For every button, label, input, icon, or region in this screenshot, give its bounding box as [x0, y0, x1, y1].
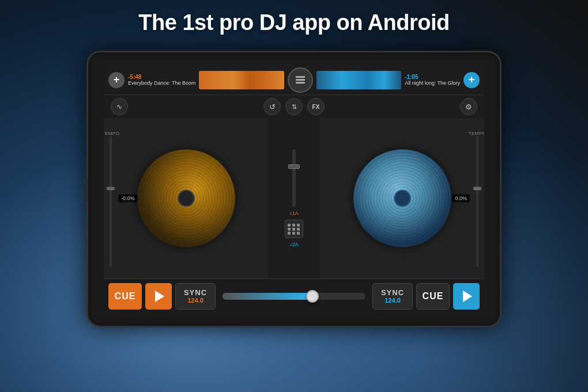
top-waveform-bar: + -5:48 Everybody Dance: The Boom -1:05 [104, 65, 484, 95]
sync-right-label: SYNC [381, 288, 404, 297]
play-right-icon [463, 291, 472, 302]
crossfader[interactable] [223, 293, 365, 300]
settings-icon: ⚙ [465, 103, 472, 111]
deck-left: TEMPO -0.0% [104, 118, 268, 278]
mixer-column: ♪1A ♪2A [268, 118, 320, 278]
logo-bar-1 [296, 76, 305, 78]
sync-left-label: SYNC [184, 288, 207, 297]
tablet-power-button [85, 178, 88, 201]
wave-icon: ∿ [116, 103, 122, 111]
sync-right-bpm: 124.0 [385, 297, 401, 304]
key-left-label: ♪1A [289, 210, 299, 216]
loop-button[interactable]: ↺ [263, 98, 281, 115]
cue-left-button[interactable]: CUE [108, 283, 142, 310]
pitch-display-left: -0.0% [118, 194, 138, 202]
sync-left-bpm: 124.0 [187, 297, 203, 304]
cue-right-button[interactable]: CUE [416, 283, 450, 310]
dj-logo [288, 67, 313, 93]
grid-icon [288, 224, 300, 235]
tempo-track-right [476, 136, 478, 267]
settings-button[interactable]: ⚙ [460, 98, 477, 115]
tempo-label-right: TEMPO [469, 131, 484, 136]
vinyl-right-image [353, 149, 451, 247]
track-info-left: -5:48 Everybody Dance: The Boom [128, 74, 195, 86]
logo-bar-3 [296, 82, 305, 84]
right-controls: ⚙ [460, 98, 477, 115]
left-controls: ∿ [111, 98, 128, 115]
track-left-name: Everybody Dance: The Boom [128, 80, 195, 86]
fader-thumb [288, 164, 300, 169]
add-track-left-button[interactable]: + [108, 72, 125, 88]
channel-fader[interactable] [292, 149, 296, 207]
sync-left-button[interactable]: SYNC 124.0 [175, 283, 216, 310]
waveform-orange-fill [199, 71, 284, 89]
tempo-thumb-left [107, 187, 115, 190]
tempo-thumb-right [473, 187, 481, 190]
deck-right: 0.0% TEMPO [320, 118, 484, 278]
vinyl-center-left [178, 190, 195, 207]
waveform-toggle-button[interactable]: ∿ [111, 98, 128, 115]
play-left-button[interactable] [145, 283, 172, 310]
fx-button[interactable]: FX [307, 98, 325, 115]
eq-icon: ⇅ [292, 103, 297, 111]
center-controls: ↺ ⇅ FX [263, 98, 325, 115]
logo-bar-2 [296, 79, 305, 81]
vinyl-left[interactable] [137, 149, 235, 247]
crossfader-knob [306, 290, 319, 303]
logo-bars [296, 76, 305, 84]
deck-area: TEMPO -0.0% [104, 118, 484, 278]
waveform-left [199, 71, 284, 89]
crossfader-fill [223, 293, 315, 300]
bottom-controls-bar: CUE SYNC 124.0 SYNC 124.0 CUE [104, 278, 484, 313]
fx-label: FX [312, 104, 320, 110]
waveform-blue-fill [316, 71, 401, 89]
vinyl-left-image [137, 149, 235, 247]
tempo-slider-right[interactable]: TEMPO [475, 130, 480, 267]
controls-row: ∿ ↺ ⇅ FX ⚙ [104, 95, 484, 118]
pitch-display-right: 0.0% [452, 194, 470, 202]
vinyl-right[interactable] [353, 149, 451, 247]
sync-right-button[interactable]: SYNC 124.0 [372, 283, 413, 310]
grid-button[interactable] [285, 220, 303, 238]
tempo-track-left [110, 136, 112, 267]
eq-button[interactable]: ⇅ [285, 98, 303, 115]
play-right-button[interactable] [453, 283, 480, 310]
vinyl-center-right [394, 190, 411, 207]
loop-icon: ↺ [269, 103, 276, 111]
tempo-slider-left[interactable]: TEMPO [108, 130, 113, 267]
headline: The 1st pro DJ app on Android [0, 10, 588, 35]
play-left-icon [155, 291, 164, 302]
tablet-frame: + -5:48 Everybody Dance: The Boom -1:05 [86, 51, 502, 327]
tablet-screen: + -5:48 Everybody Dance: The Boom -1:05 [104, 65, 484, 313]
track-info-right: -1:05 All night long: The Glory [405, 74, 460, 86]
track-right-name: All night long: The Glory [405, 80, 460, 86]
track-left-time: -5:48 [128, 74, 195, 80]
add-track-right-button[interactable]: + [463, 72, 480, 88]
track-right-time: -1:05 [405, 74, 460, 80]
key-right-label: ♪2A [289, 242, 299, 247]
waveform-right [316, 71, 401, 89]
tempo-label-left: TEMPO [104, 131, 119, 136]
